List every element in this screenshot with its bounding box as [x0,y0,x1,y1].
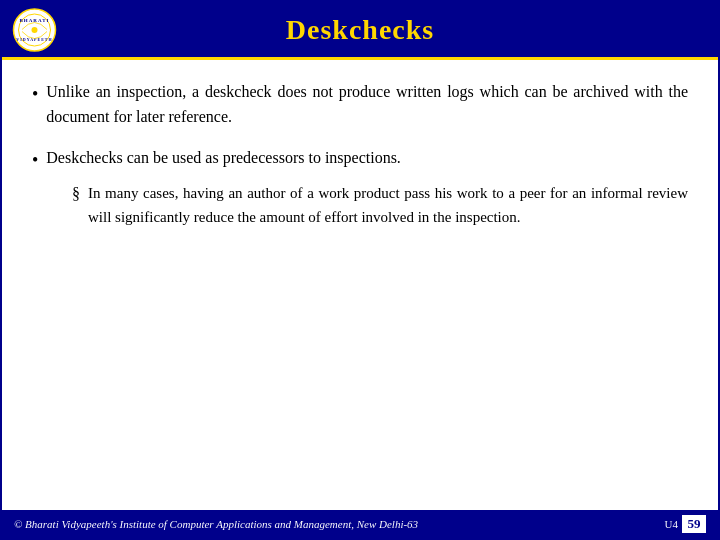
bullet-main-2: • Deskchecks can be used as predecessors… [32,146,688,175]
slide-title: Deskchecks [286,14,434,46]
slide-content: • Unlike an inspection, a deskcheck does… [2,60,718,510]
slide: BHARATI VIDYAPEETH Deskchecks • Unlike a… [0,0,720,540]
bullet-dot-2: • [32,147,38,175]
footer-page-area: U4 59 [665,515,706,533]
slide-footer: © Bharati Vidyapeeth's Institute of Comp… [2,510,718,538]
sub-bullet-1: § In many cases, having an author of a w… [72,182,688,229]
bullet-text-1: Unlike an inspection, a deskcheck does n… [46,80,688,130]
footer-page-number: 59 [682,515,706,533]
svg-text:BHARATI: BHARATI [20,17,50,22]
sub-bullet-text: In many cases, having an author of a wor… [88,182,688,229]
bullet-item-1: • Unlike an inspection, a deskcheck does… [32,80,688,130]
bullet-text-2: Deskchecks can be used as predecessors t… [46,146,401,175]
sub-bullet-marker: § [72,182,80,229]
svg-point-2 [32,27,38,33]
bullet-item-2: • Deskchecks can be used as predecessors… [32,146,688,229]
slide-header: BHARATI VIDYAPEETH Deskchecks [2,2,718,57]
footer-copyright: © Bharati Vidyapeeth's Institute of Comp… [14,518,418,530]
svg-text:VIDYAPEETH: VIDYAPEETH [16,36,52,41]
logo: BHARATI VIDYAPEETH [12,7,57,52]
bullet-main-1: • Unlike an inspection, a deskcheck does… [32,80,688,130]
bullet-dot-1: • [32,81,38,130]
footer-unit: U4 [665,518,678,530]
